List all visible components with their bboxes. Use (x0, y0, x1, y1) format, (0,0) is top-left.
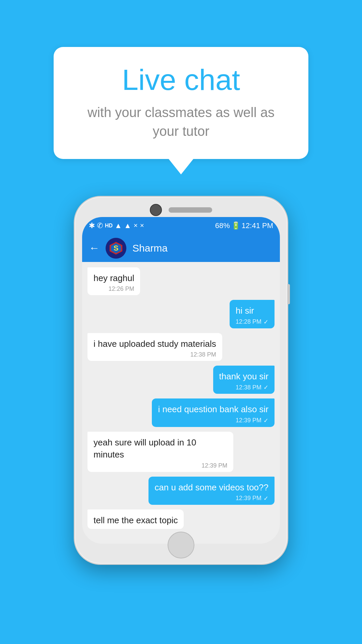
power-button (287, 284, 290, 304)
back-button[interactable]: ← (89, 242, 100, 254)
sent-bubble: thank you sir 12:38 PM ✓ (213, 366, 275, 394)
phone-outer-shell: ✱ ✆ HD ▲ ▲ ✕ ✕ 68% 🔋 12:41 PM (74, 196, 288, 565)
signal-cross2-icon: ✕ (140, 222, 144, 229)
message-text: i have uploaded study materials (94, 338, 216, 350)
received-bubble: yeah sure will upload in 10 minutes 12:3… (87, 432, 233, 472)
message-row: hey raghul 12:26 PM (87, 267, 275, 295)
wifi-icon: ▲ (115, 221, 122, 230)
phone-screen: ✱ ✆ HD ▲ ▲ ✕ ✕ 68% 🔋 12:41 PM (82, 217, 280, 544)
received-bubble: hey raghul 12:26 PM (87, 267, 140, 295)
message-text: tell me the exact topic (94, 514, 178, 526)
status-bar: ✱ ✆ HD ▲ ▲ ✕ ✕ 68% 🔋 12:41 PM (82, 217, 280, 234)
message-time: 12:38 PM (190, 351, 216, 358)
home-button[interactable] (168, 532, 194, 558)
message-meta: 12:39 PM (94, 462, 227, 469)
feature-subtitle: with your classmates as well as your tut… (77, 103, 285, 141)
received-bubble-partial: tell me the exact topic (87, 509, 184, 529)
contact-avatar: S (106, 238, 126, 259)
read-receipt-icon: ✓ (263, 417, 268, 424)
status-icons: ✱ ✆ HD ▲ ▲ ✕ ✕ (89, 221, 144, 230)
sent-bubble: i need question bank also sir 12:39 PM ✓ (152, 398, 275, 427)
message-row: i need question bank also sir 12:39 PM ✓ (87, 398, 275, 427)
phone-mockup: ✱ ✆ HD ▲ ▲ ✕ ✕ 68% 🔋 12:41 PM (74, 196, 288, 565)
message-text: yeah sure will upload in 10 minutes (94, 436, 227, 461)
feature-card: Live chat with your classmates as well a… (54, 47, 308, 159)
svg-text:S: S (114, 244, 119, 252)
message-text: can u add some videos too?? (155, 481, 268, 493)
message-text: i need question bank also sir (158, 403, 268, 415)
signal-cross-icon: ✕ (133, 222, 138, 229)
screen-content: ✱ ✆ HD ▲ ▲ ✕ ✕ 68% 🔋 12:41 PM (82, 217, 280, 544)
message-meta: 12:26 PM (94, 285, 134, 292)
message-text: hey raghul (94, 272, 134, 284)
contact-name: Sharma (132, 243, 168, 254)
bluetooth-icon: ✱ (89, 221, 95, 230)
camera-lens (150, 204, 162, 216)
message-text: thank you sir (219, 370, 268, 382)
earpiece-speaker (169, 207, 212, 213)
message-text: hi sir (236, 305, 268, 317)
message-row: i have uploaded study materials 12:38 PM (87, 333, 275, 361)
battery-percent: 68% (215, 221, 230, 230)
message-row: tell me the exact topic (87, 509, 275, 529)
read-receipt-icon: ✓ (263, 384, 268, 391)
message-row: can u add some videos too?? 12:39 PM ✓ (87, 477, 275, 505)
signal-icon: ▲ (124, 221, 131, 230)
message-time: 12:39 PM (201, 462, 227, 469)
battery-icon: 🔋 (231, 221, 240, 230)
sent-bubble: hi sir 12:28 PM ✓ (230, 300, 275, 328)
message-meta: 12:38 PM (94, 351, 216, 358)
message-meta: 12:39 PM ✓ (155, 495, 268, 502)
message-meta: 12:39 PM ✓ (158, 417, 268, 424)
chat-messages[interactable]: hey raghul 12:26 PM hi sir 12:28 PM (82, 262, 280, 544)
superman-icon: S (107, 239, 125, 257)
message-time: 12:39 PM (236, 417, 261, 424)
message-row: hi sir 12:28 PM ✓ (87, 300, 275, 328)
app-bar: ← S Sharma (82, 234, 280, 262)
message-time: 12:39 PM (236, 495, 261, 502)
message-time: 12:38 PM (236, 384, 261, 391)
sent-bubble: can u add some videos too?? 12:39 PM ✓ (148, 477, 275, 505)
message-meta: 12:28 PM ✓ (236, 318, 268, 326)
message-time: 12:28 PM (236, 318, 261, 325)
message-row: yeah sure will upload in 10 minutes 12:3… (87, 432, 275, 472)
hd-indicator: HD (105, 223, 113, 229)
feature-title: Live chat (77, 64, 285, 96)
phone-top-area (141, 204, 221, 216)
vibrate-icon: ✆ (97, 221, 103, 230)
message-time: 12:26 PM (108, 285, 134, 292)
status-right-info: 68% 🔋 12:41 PM (215, 221, 273, 230)
read-receipt-icon: ✓ (263, 495, 268, 502)
message-row: thank you sir 12:38 PM ✓ (87, 366, 275, 394)
message-meta: 12:38 PM ✓ (219, 384, 268, 391)
received-bubble: i have uploaded study materials 12:38 PM (87, 333, 222, 361)
clock: 12:41 PM (242, 221, 273, 230)
read-receipt-icon: ✓ (263, 318, 268, 326)
